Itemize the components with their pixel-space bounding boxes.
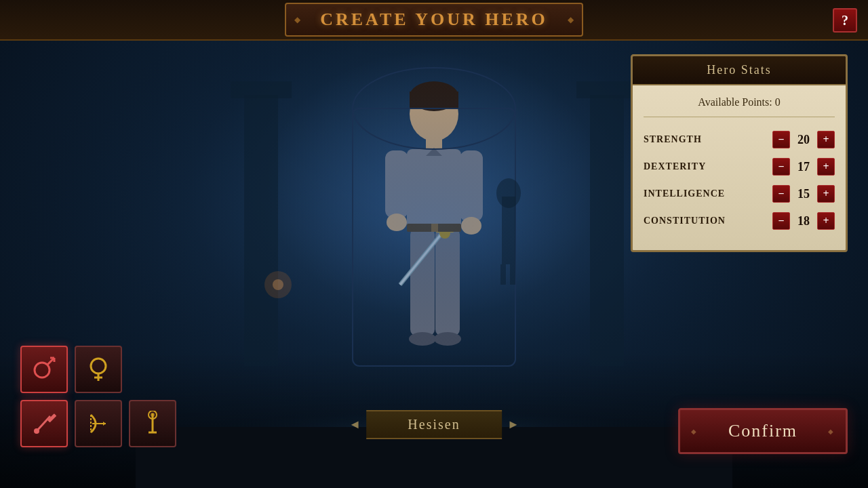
stats-header: Hero Stats [633,56,846,85]
name-prev-button[interactable]: ◄ [343,418,366,432]
svg-rect-6 [576,81,637,98]
stats-title: Hero Stats [707,63,772,77]
strength-minus-button[interactable]: − [772,131,790,148]
title-panel: CREATE YOUR HERO [285,3,583,37]
strength-label: STRENGTH [644,134,768,145]
constitution-minus-button[interactable]: − [772,212,790,230]
top-bar: CREATE YOUR HERO [0,0,868,41]
gender-male-button[interactable] [20,346,68,393]
svg-point-10 [273,279,283,290]
available-points-row: Available Points: 0 [644,96,835,117]
name-plate: ◄ Hesisen ► [343,410,525,439]
svg-rect-4 [231,81,292,98]
constitution-plus-button[interactable]: + [817,212,835,230]
svg-rect-3 [244,95,278,366]
svg-point-50 [151,413,155,417]
svg-point-12 [496,178,521,208]
class-archer-button[interactable] [75,400,122,447]
intelligence-plus-button[interactable]: + [817,185,835,203]
constitution-label: CONSTITUTION [644,216,768,226]
dexterity-value: 17 [794,160,813,174]
constitution-row: CONSTITUTION − 18 + [644,212,835,230]
intelligence-value: 15 [794,187,813,201]
svg-marker-47 [103,422,106,426]
class-warrior-button[interactable] [20,400,68,447]
confirm-button[interactable]: Confirm [678,408,848,454]
svg-line-42 [37,416,50,431]
dexterity-plus-button[interactable]: + [817,158,835,176]
strength-plus-button[interactable]: + [817,131,835,148]
help-button[interactable]: ? [833,8,857,33]
svg-rect-14 [510,264,515,285]
strength-value: 20 [794,133,813,147]
page-title: CREATE YOUR HERO [320,9,548,29]
svg-rect-13 [500,264,506,285]
dexterity-minus-button[interactable]: − [772,158,790,176]
svg-point-44 [34,428,39,434]
class-row [20,400,176,447]
left-panel [20,346,176,447]
svg-point-39 [91,359,106,373]
constitution-value: 18 [794,214,813,228]
name-next-button[interactable]: ► [502,418,525,432]
dexterity-row: DEXTERITY − 17 + [644,158,835,176]
confirm-button-container: Confirm [678,408,848,454]
intelligence-minus-button[interactable]: − [772,185,790,203]
hero-name: Hesisen [408,417,460,432]
intelligence-row: INTELLIGENCE − 15 + [644,185,835,203]
class-mage-button[interactable] [129,400,176,447]
name-plate-background: Hesisen [366,410,502,439]
gender-female-button[interactable] [75,346,122,393]
stats-body: Available Points: 0 STRENGTH − 20 + DEXT… [633,85,846,250]
svg-point-35 [35,363,50,378]
strength-row: STRENGTH − 20 + [644,131,835,148]
dexterity-label: DEXTERITY [644,161,768,172]
gender-row [20,346,176,393]
intelligence-label: INTELLIGENCE [644,188,768,199]
svg-rect-5 [590,95,624,366]
available-points-label: Available Points: 0 [698,96,780,108]
stats-panel: Hero Stats Available Points: 0 STRENGTH … [631,54,848,252]
